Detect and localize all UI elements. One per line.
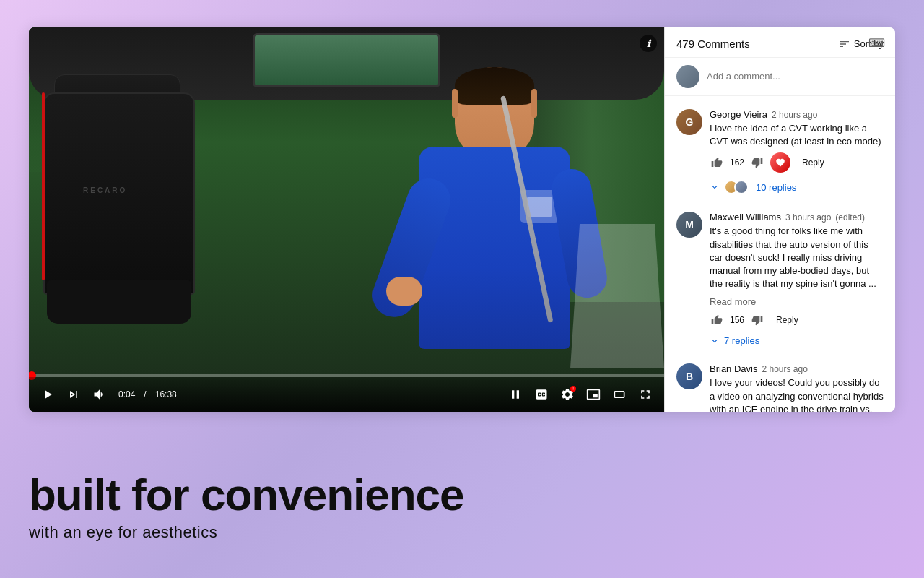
comment-text-3: I love your videos! Could you possibly d… bbox=[710, 376, 884, 412]
comments-count: 479 Comments bbox=[676, 38, 750, 50]
comment-avatar-1: G bbox=[676, 109, 702, 135]
video-player[interactable]: RECARO bbox=[29, 27, 664, 412]
miniplayer-button[interactable] bbox=[583, 384, 603, 405]
comment-text-2: It's a good thing for folks like me with… bbox=[710, 225, 884, 290]
page-wrapper: RECARO bbox=[0, 0, 924, 578]
replies-toggle-2[interactable]: 7 replies bbox=[710, 332, 884, 349]
replies-count-1: 10 replies bbox=[756, 182, 796, 193]
reply-avatar-small-2 bbox=[734, 180, 749, 194]
skip-button[interactable] bbox=[64, 384, 84, 405]
comment-author-line-2: Maxwell Williams 3 hours ago (edited) bbox=[710, 212, 884, 223]
comment-item-2: M Maxwell Williams 3 hours ago (edited) … bbox=[665, 204, 895, 356]
comment-actions-1: 162 bbox=[710, 152, 884, 173]
comment-author-2: Maxwell Williams bbox=[710, 212, 781, 223]
dislike-button-1[interactable] bbox=[750, 155, 764, 170]
comment-body-3: Brian Davis 2 hours ago I love your vide… bbox=[710, 363, 884, 412]
video-section: RECARO bbox=[29, 27, 895, 412]
reply-avatars-1 bbox=[724, 180, 749, 194]
comment-avatar-3: B bbox=[676, 363, 702, 389]
settings-button[interactable]: ! bbox=[557, 384, 578, 405]
comment-author-3: Brian Davis bbox=[710, 363, 757, 374]
comment-text-1: I love the idea of a CVT working like a … bbox=[710, 122, 884, 148]
comment-avatar-2: M bbox=[676, 212, 702, 238]
comment-edited-2: (edited) bbox=[835, 212, 865, 223]
read-more-2[interactable]: Read more bbox=[710, 296, 756, 307]
reply-button-2[interactable]: Reply bbox=[770, 312, 804, 328]
time-display: 0:04 bbox=[118, 389, 135, 400]
replies-toggle-1[interactable]: 10 replies bbox=[710, 177, 884, 197]
video-controls: 0:04 / 16:38 ! bbox=[29, 377, 664, 412]
comment-author-line-3: Brian Davis 2 hours ago bbox=[710, 363, 884, 374]
reply-button-1[interactable]: Reply bbox=[796, 155, 830, 171]
like-count-2: 156 bbox=[730, 315, 744, 325]
play-button[interactable] bbox=[38, 384, 58, 405]
comment-body-2: Maxwell Williams 3 hours ago (edited) It… bbox=[710, 212, 884, 349]
like-button-1[interactable] bbox=[710, 155, 724, 170]
bottom-text: built for convenience with an eye for ae… bbox=[29, 473, 464, 542]
comment-author-line-1: George Vieira 2 hours ago bbox=[710, 109, 884, 120]
user-avatar bbox=[676, 65, 699, 88]
time-total: 16:38 bbox=[155, 389, 177, 400]
subheadline: with an eye for aesthetics bbox=[29, 523, 464, 542]
replies-count-2: 7 replies bbox=[724, 335, 759, 346]
comments-header: 479 Comments Sort by ⌨ bbox=[665, 27, 895, 58]
info-button[interactable]: ℹ bbox=[640, 35, 657, 52]
comments-list: G George Vieira 2 hours ago I love the i… bbox=[665, 96, 895, 412]
comment-body-1: George Vieira 2 hours ago I love the ide… bbox=[710, 109, 884, 197]
comment-time-2: 3 hours ago bbox=[785, 212, 831, 223]
comment-item: G George Vieira 2 hours ago I love the i… bbox=[665, 102, 895, 204]
headline: built for convenience bbox=[29, 473, 464, 517]
captions-button[interactable] bbox=[531, 384, 552, 405]
fullscreen-button[interactable] bbox=[635, 384, 655, 405]
comment-author-1: George Vieira bbox=[710, 109, 767, 120]
comment-item-3: B Brian Davis 2 hours ago I love your vi… bbox=[665, 356, 895, 412]
dislike-button-2[interactable] bbox=[750, 313, 764, 327]
comment-time-3: 2 hours ago bbox=[762, 364, 807, 374]
add-comment-area bbox=[665, 58, 895, 96]
heart-badge-1 bbox=[770, 152, 790, 173]
comments-panel: 479 Comments Sort by ⌨ G bbox=[664, 27, 895, 412]
pause-button[interactable] bbox=[505, 384, 526, 405]
car-interior: RECARO bbox=[29, 27, 664, 412]
keyboard-icon[interactable]: ⌨ bbox=[868, 36, 885, 50]
volume-button[interactable] bbox=[90, 384, 110, 405]
comment-input[interactable] bbox=[707, 68, 884, 85]
recaro-label: RECARO bbox=[83, 186, 127, 194]
theater-button[interactable] bbox=[609, 384, 629, 405]
like-button-2[interactable] bbox=[710, 313, 724, 327]
time-separator: / bbox=[144, 389, 146, 400]
comment-time-1: 2 hours ago bbox=[772, 110, 817, 120]
comment-actions-2: 156 Reply bbox=[710, 312, 884, 328]
like-count-1: 162 bbox=[730, 158, 744, 168]
video-thumbnail: RECARO bbox=[29, 27, 664, 412]
